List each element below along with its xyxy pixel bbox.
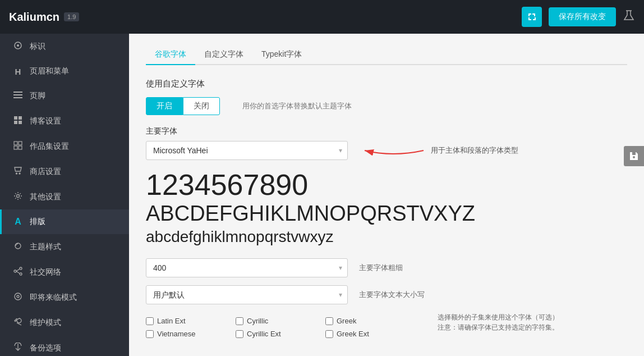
sidebar-label-shop: 商店设置 xyxy=(30,167,61,177)
sidebar-label-other: 其他设置 xyxy=(30,192,61,202)
tab-custom-font[interactable]: 自定义字体 xyxy=(195,45,252,65)
logo-icon xyxy=(13,41,23,52)
sidebar-label-maintenance: 维护模式 xyxy=(30,318,61,328)
case-select[interactable]: 用户默认 大写 小写 xyxy=(146,285,348,304)
checkbox-latin-ext-label: Latin Ext xyxy=(157,317,186,325)
checkbox-latin-ext[interactable]: Latin Ext xyxy=(146,317,224,325)
svg-rect-12 xyxy=(14,146,17,149)
expand-button[interactable] xyxy=(522,7,542,27)
logo-text: Kaliumcn xyxy=(9,11,59,24)
sidebar-item-footer[interactable]: 页脚 xyxy=(0,84,129,108)
primary-font-label: 主要字体 xyxy=(146,126,627,136)
subsets-hint-line1: 选择额外的子集来使用这个字体（可选） xyxy=(438,312,559,322)
svg-line-22 xyxy=(16,271,20,273)
red-arrow-icon xyxy=(359,144,426,157)
svg-point-19 xyxy=(20,273,22,275)
svg-point-15 xyxy=(19,173,20,174)
checkbox-vietnamese-input[interactable] xyxy=(146,330,154,338)
sidebar-item-logo[interactable]: 标识 xyxy=(0,34,129,59)
checkbox-greek[interactable]: Greek xyxy=(325,317,404,325)
topbar-actions: 保存所有改变 xyxy=(522,7,635,27)
weight-hint: 主要字体粗细 xyxy=(359,263,403,273)
toggle-group: 开启 关闭 用你的首选字体替换默认主题字体 xyxy=(146,97,627,115)
tab-google-font[interactable]: 谷歌字体 xyxy=(146,45,195,65)
checkbox-cyrillic[interactable]: Cyrillic xyxy=(236,317,314,325)
sidebar-item-other[interactable]: 其他设置 xyxy=(0,184,129,209)
coming-soon-icon xyxy=(13,292,23,303)
checkbox-vietnamese[interactable]: Vietnamese xyxy=(146,330,224,338)
footer-icon xyxy=(13,92,23,101)
weight-select[interactable]: 400 300 700 xyxy=(146,258,348,277)
preview-uppercase: ABCDEFGHIKLMNOPQRSTVXYZ xyxy=(146,201,627,227)
sidebar-label-blog: 博客设置 xyxy=(30,116,61,126)
case-select-wrapper: 用户默认 大写 小写 ▾ xyxy=(146,285,348,304)
svg-point-18 xyxy=(20,267,22,270)
checkbox-cyrillic-ext-label: Cyrillic Ext xyxy=(247,330,281,338)
svg-rect-5 xyxy=(13,97,22,98)
checkbox-greek-ext-input[interactable] xyxy=(325,330,333,338)
sidebar-label-portfolio: 作品集设置 xyxy=(30,142,69,152)
sidebar-label-footer: 页脚 xyxy=(30,91,45,101)
sidebar-label-typography: 排版 xyxy=(30,217,45,227)
checkbox-cyrillic-ext[interactable]: Cyrillic Ext xyxy=(236,330,314,338)
checkbox-grid: Latin Ext Cyrillic Greek Vietnamese xyxy=(146,317,404,338)
svg-rect-13 xyxy=(19,146,22,149)
font-preview: 1234567890 ABCDEFGHIKLMNOPQRSTVXYZ abcde… xyxy=(146,169,627,247)
sidebar-item-shop[interactable]: 商店设置 xyxy=(0,159,129,184)
sidebar-label-coming-soon: 即将来临模式 xyxy=(30,293,77,303)
sidebar-item-coming-soon[interactable]: 即将来临模式 xyxy=(0,285,129,310)
preview-lowercase: abcdefghiklmnopqrstvwxyz xyxy=(146,227,627,247)
main-content: 谷歌字体 自定义字体 Typekit字体 使用自定义字体 开启 关闭 用你的首选… xyxy=(129,34,644,356)
sidebar-item-theme-style[interactable]: 主题样式 xyxy=(0,234,129,259)
sidebar-label-backup: 备份选项 xyxy=(30,343,61,353)
backup-icon xyxy=(13,343,23,353)
sidebar-item-portfolio[interactable]: 作品集设置 xyxy=(0,134,129,159)
topbar: Kaliumcn 1.9 保存所有改变 xyxy=(0,0,644,34)
subsets-hint: 选择额外的子集来使用这个字体（可选） 注意：请确保字体已支持选定的字符集。 xyxy=(438,312,559,332)
checkbox-cyrillic-ext-input[interactable] xyxy=(236,330,243,338)
theme-style-icon xyxy=(13,241,23,252)
save-all-button[interactable]: 保存所有改变 xyxy=(549,7,616,26)
social-icon xyxy=(13,267,23,277)
primary-font-hint: 用于主体和段落的字体类型 xyxy=(431,145,518,156)
checkbox-latin-ext-input[interactable] xyxy=(146,317,154,325)
case-hint: 主要字体文本大小写 xyxy=(359,290,425,300)
svg-point-23 xyxy=(15,293,21,300)
sidebar-item-header-menu[interactable]: H 页眉和菜单 xyxy=(0,59,129,84)
toggle-hint: 用你的首选字体替换默认主题字体 xyxy=(242,101,352,111)
svg-rect-10 xyxy=(14,142,17,145)
checkbox-greek-ext-label: Greek Ext xyxy=(337,330,369,338)
sidebar-item-blog[interactable]: 博客设置 xyxy=(0,108,129,134)
font-tabs: 谷歌字体 自定义字体 Typekit字体 xyxy=(146,45,627,65)
svg-point-14 xyxy=(16,173,17,174)
case-row: 用户默认 大写 小写 ▾ 主要字体文本大小写 xyxy=(146,285,627,304)
checkbox-greek-input[interactable] xyxy=(325,317,333,325)
sidebar-item-maintenance[interactable]: 维护模式 xyxy=(0,310,129,335)
checkbox-greek-ext[interactable]: Greek Ext xyxy=(325,330,404,338)
sidebar-label-social: 社交网络 xyxy=(30,267,61,277)
primary-font-select[interactable]: Microsoft YaHei xyxy=(146,141,348,160)
weight-select-wrapper: 400 300 700 ▾ xyxy=(146,258,348,277)
weight-row: 400 300 700 ▾ 主要字体粗细 xyxy=(146,258,627,277)
sidebar-label-header-menu: 页眉和菜单 xyxy=(30,66,69,76)
use-custom-font-title: 使用自定义字体 xyxy=(146,79,627,89)
checkbox-vietnamese-label: Vietnamese xyxy=(157,330,195,338)
typography-icon: A xyxy=(13,217,23,227)
flask-button[interactable] xyxy=(623,10,635,25)
version-badge: 1.9 xyxy=(64,12,79,21)
tab-typekit-font[interactable]: Typekit字体 xyxy=(252,45,311,65)
sidebar-item-backup[interactable]: 备份选项 xyxy=(0,335,129,356)
svg-rect-3 xyxy=(13,92,22,93)
subsets-row: Latin Ext Cyrillic Greek Vietnamese xyxy=(146,312,627,338)
sidebar-item-social[interactable]: 社交网络 xyxy=(0,259,129,285)
shop-icon xyxy=(13,166,23,177)
subsets-checkboxes: Latin Ext Cyrillic Greek Vietnamese xyxy=(146,312,404,338)
toggle-off-button[interactable]: 关闭 xyxy=(183,97,220,115)
side-save-button[interactable] xyxy=(624,146,644,166)
svg-rect-11 xyxy=(19,142,22,145)
layout: 标识 H 页眉和菜单 页脚 博客设置 作品集设置 xyxy=(0,34,644,356)
svg-point-2 xyxy=(17,44,19,47)
toggle-on-button[interactable]: 开启 xyxy=(146,97,183,115)
checkbox-cyrillic-input[interactable] xyxy=(236,317,243,325)
sidebar-item-typography[interactable]: A 排版 xyxy=(0,209,129,234)
